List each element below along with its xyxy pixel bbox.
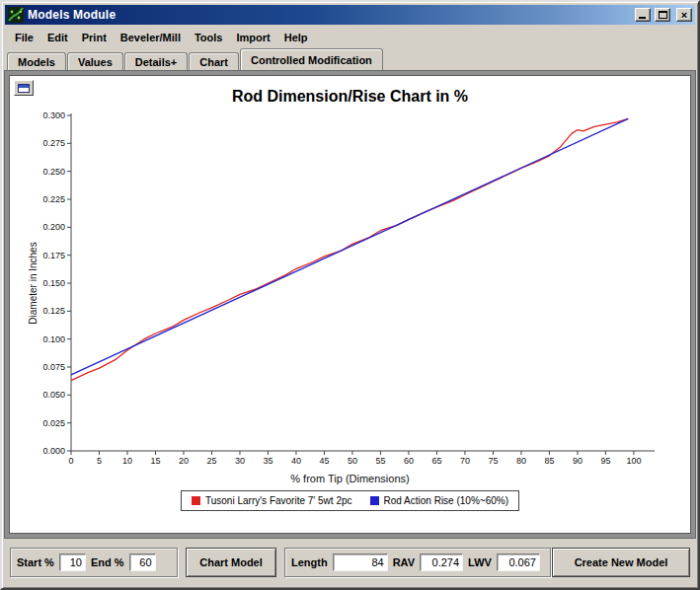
length-input[interactable] (333, 553, 388, 571)
svg-text:80: 80 (516, 456, 526, 466)
legend-item-rise: Rod Action Rise (10%~60%) (370, 495, 508, 506)
minimize-icon (639, 17, 646, 19)
svg-text:25: 25 (206, 456, 216, 466)
maximize-icon (659, 11, 667, 19)
legend-label-rise: Rod Action Rise (10%~60%) (384, 495, 508, 506)
svg-text:40: 40 (291, 456, 301, 466)
start-percent-label: Start % (17, 556, 54, 568)
svg-text:0: 0 (68, 456, 73, 466)
rav-label: RAV (393, 556, 415, 568)
tab-chart[interactable]: Chart (189, 52, 239, 70)
svg-text:65: 65 (431, 456, 441, 466)
svg-text:0.200: 0.200 (42, 222, 65, 232)
create-new-model-button[interactable]: Create New Model (552, 548, 690, 577)
minimize-button[interactable] (635, 8, 651, 22)
menu-edit[interactable]: Edit (40, 29, 75, 46)
svg-text:0.225: 0.225 (42, 194, 65, 204)
close-button[interactable]: × (676, 8, 692, 22)
svg-text:50: 50 (348, 456, 357, 466)
svg-text:5: 5 (97, 456, 102, 466)
svg-text:0.150: 0.150 (42, 278, 65, 288)
menu-file[interactable]: File (8, 29, 40, 46)
end-percent-label: End % (91, 556, 124, 568)
svg-text:60: 60 (404, 456, 414, 466)
chart-title: Rod Dimension/Rise Chart in % (10, 88, 690, 106)
svg-text:95: 95 (600, 456, 610, 466)
legend-swatch-rise (370, 496, 379, 505)
svg-text:85: 85 (544, 456, 554, 466)
svg-text:75: 75 (488, 456, 498, 466)
chart-plot: 0510152025303540455055606570758085909510… (26, 108, 674, 471)
svg-text:0.075: 0.075 (42, 362, 65, 372)
app-window: Models Module × File Edit Print Beveler/… (0, 0, 700, 590)
app-icon (8, 7, 24, 23)
menu-bar: File Edit Print Beveler/Mill Tools Impor… (5, 27, 695, 47)
length-rav-lwv-group: Length RAV LWV (284, 548, 551, 577)
window-title: Models Module (28, 8, 631, 22)
panel-corner-button[interactable] (14, 80, 34, 96)
svg-text:0.175: 0.175 (42, 251, 65, 260)
start-end-group: Start % End % (10, 548, 178, 577)
chart-panel: Rod Dimension/Rise Chart in % 0510152025… (4, 70, 696, 539)
tab-details[interactable]: Details+ (124, 52, 189, 70)
title-bar[interactable]: Models Module × (5, 5, 695, 25)
svg-text:0.300: 0.300 (42, 111, 65, 120)
tab-models[interactable]: Models (7, 52, 66, 70)
length-label: Length (291, 556, 328, 568)
menu-tools[interactable]: Tools (188, 29, 230, 46)
chart-frame-icon (18, 84, 30, 93)
tab-strip: Models Values Details+ Chart Controlled … (5, 48, 695, 70)
tab-values[interactable]: Values (67, 52, 123, 70)
svg-text:0.025: 0.025 (42, 418, 65, 428)
svg-text:Diameter in Inches: Diameter in Inches (28, 242, 39, 324)
svg-text:0.000: 0.000 (42, 446, 65, 456)
svg-text:30: 30 (235, 456, 245, 466)
svg-text:45: 45 (319, 456, 329, 466)
start-percent-input[interactable] (59, 553, 86, 571)
svg-text:90: 90 (573, 456, 583, 466)
chart-legend: Tusoni Larry's Favorite 7' 5wt 2pc Rod A… (181, 490, 519, 511)
bottom-control-bar: Start % End % Chart Model Length RAV LWV… (4, 539, 696, 586)
svg-text:0.275: 0.275 (42, 138, 65, 148)
chart-model-button[interactable]: Chart Model (186, 548, 276, 577)
chart-canvas-area: Rod Dimension/Rise Chart in % 0510152025… (9, 75, 691, 534)
svg-text:20: 20 (179, 456, 189, 466)
lwv-label: LWV (468, 556, 492, 568)
menu-beveler-mill[interactable]: Beveler/Mill (114, 29, 188, 46)
maximize-button[interactable] (655, 8, 670, 22)
menu-help[interactable]: Help (277, 29, 315, 46)
tab-controlled-modification[interactable]: Controlled Modification (240, 48, 383, 70)
legend-item-model: Tusoni Larry's Favorite 7' 5wt 2pc (192, 495, 352, 506)
svg-text:35: 35 (263, 456, 272, 466)
menu-print[interactable]: Print (75, 29, 114, 46)
svg-text:0.250: 0.250 (42, 167, 65, 177)
svg-text:100: 100 (626, 456, 641, 466)
svg-text:70: 70 (460, 456, 470, 466)
legend-label-model: Tusoni Larry's Favorite 7' 5wt 2pc (205, 495, 352, 506)
rav-input[interactable] (420, 553, 463, 571)
lwv-input[interactable] (497, 553, 540, 571)
legend-swatch-model (192, 496, 200, 505)
menu-import[interactable]: Import (229, 29, 276, 46)
svg-text:15: 15 (150, 456, 160, 466)
svg-text:0.125: 0.125 (42, 306, 65, 316)
svg-text:0.100: 0.100 (42, 334, 65, 344)
svg-text:55: 55 (375, 456, 385, 466)
end-percent-input[interactable] (129, 553, 156, 571)
close-icon: × (681, 10, 687, 20)
svg-text:10: 10 (122, 456, 132, 466)
svg-text:0.050: 0.050 (42, 390, 65, 400)
